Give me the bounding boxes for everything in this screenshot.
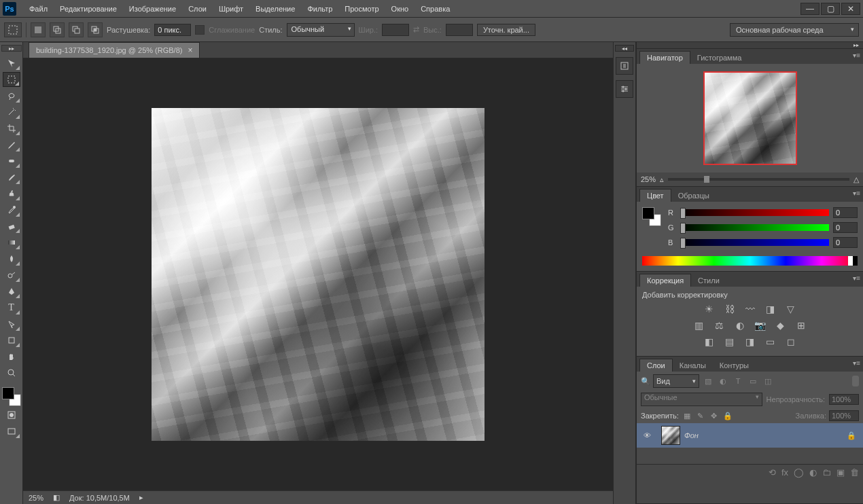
lock-all-icon[interactable]: 🔒	[722, 410, 733, 421]
search-icon[interactable]: 🔍	[641, 377, 650, 386]
type-tool[interactable]: T	[3, 300, 20, 315]
layer-thumbnail[interactable]	[661, 426, 680, 445]
b-slider[interactable]	[680, 239, 829, 246]
healing-brush-tool[interactable]	[3, 154, 20, 168]
panels-collapse-toggle[interactable]: ▸▸	[637, 42, 863, 49]
move-tool[interactable]	[3, 56, 20, 71]
tab-swatches[interactable]: Образцы	[671, 190, 716, 202]
foreground-color-swatch[interactable]	[2, 387, 14, 399]
document-tab-close-icon[interactable]: ×	[188, 46, 192, 55]
layers-panel-menu-icon[interactable]: ▾≡	[853, 359, 860, 367]
lasso-tool[interactable]	[3, 88, 20, 103]
window-close-button[interactable]: ✕	[841, 3, 860, 15]
filter-smart-icon[interactable]: ◫	[762, 375, 774, 387]
history-brush-tool[interactable]	[3, 202, 20, 217]
screenmode-tool[interactable]	[3, 424, 20, 439]
adjust-panel-menu-icon[interactable]: ▾≡	[853, 274, 860, 282]
selection-new-icon[interactable]	[31, 22, 46, 37]
dock-properties-icon[interactable]	[616, 80, 633, 98]
tab-layers[interactable]: Слои	[639, 359, 673, 372]
selection-intersect-icon[interactable]	[88, 22, 103, 37]
antialias-checkbox[interactable]	[195, 25, 205, 35]
lock-pixels-icon[interactable]: ✎	[695, 410, 706, 421]
refine-edge-button[interactable]: Уточн. край...	[477, 24, 535, 36]
navigator-thumbnail[interactable]	[703, 71, 797, 165]
blend-mode-select[interactable]: Обычные	[641, 393, 762, 406]
channelmixer-icon[interactable]: ◆	[774, 319, 788, 331]
tab-paths[interactable]: Контуры	[713, 359, 756, 372]
status-preview-icon[interactable]: ◧	[53, 493, 60, 502]
posterize-icon[interactable]: ▤	[723, 336, 737, 348]
new-layer-icon[interactable]: ▣	[836, 467, 845, 478]
style-select[interactable]: Обычный	[287, 23, 355, 37]
brightness-icon[interactable]: ☀	[703, 303, 716, 315]
dodge-tool[interactable]	[3, 268, 20, 283]
workspace-select[interactable]: Основная рабочая среда	[730, 23, 859, 37]
threshold-icon[interactable]: ◨	[743, 336, 757, 348]
photofilter-icon[interactable]: 📷	[754, 319, 767, 331]
color-panel-menu-icon[interactable]: ▾≡	[853, 190, 860, 197]
delete-layer-icon[interactable]: 🗑	[850, 467, 859, 478]
selection-subtract-icon[interactable]	[69, 22, 84, 37]
layer-locked-icon[interactable]: 🔒	[847, 431, 863, 440]
quickmask-tool[interactable]	[3, 408, 20, 422]
link-layers-icon[interactable]: ⟲	[769, 467, 776, 478]
crop-tool[interactable]	[3, 121, 20, 136]
dock-history-icon[interactable]	[616, 57, 633, 75]
marquee-tool[interactable]	[3, 72, 20, 87]
window-minimize-button[interactable]: —	[800, 3, 820, 15]
zoom-tool[interactable]	[3, 365, 20, 380]
tab-color[interactable]: Цвет	[639, 189, 671, 202]
gradientmap-icon[interactable]: ▭	[764, 336, 777, 348]
menu-type[interactable]: Шрифт	[213, 2, 249, 16]
zoom-in-icon[interactable]: △	[853, 175, 859, 184]
tab-styles[interactable]: Стили	[691, 274, 726, 287]
invert-icon[interactable]: ◧	[703, 336, 716, 348]
magic-wand-tool[interactable]	[3, 105, 20, 120]
filter-toggle[interactable]	[852, 376, 859, 386]
current-tool-indicator[interactable]	[4, 22, 22, 37]
layer-visibility-icon[interactable]: 👁	[637, 431, 657, 439]
fill-input[interactable]	[829, 410, 859, 421]
clone-stamp-tool[interactable]	[3, 186, 20, 201]
status-arrow-icon[interactable]: ▸	[139, 493, 143, 502]
exposure-icon[interactable]: ◨	[764, 303, 777, 315]
menu-image[interactable]: Изображение	[123, 2, 182, 16]
tab-histogram[interactable]: Гистограмма	[690, 52, 749, 64]
tab-channels[interactable]: Каналы	[673, 359, 713, 372]
brush-tool[interactable]	[3, 170, 20, 185]
blur-tool[interactable]	[3, 251, 20, 266]
levels-icon[interactable]: ⛓	[723, 303, 737, 315]
new-group-icon[interactable]: 🗀	[822, 467, 831, 478]
window-maximize-button[interactable]: ▢	[821, 3, 840, 15]
status-zoom[interactable]: 25%	[29, 494, 43, 502]
opacity-input[interactable]	[829, 394, 859, 405]
color-panel-swatches[interactable]	[642, 207, 661, 226]
menu-filter[interactable]: Фильтр	[301, 2, 338, 16]
g-input[interactable]	[833, 222, 858, 233]
menu-edit[interactable]: Редактирование	[54, 2, 123, 16]
tab-navigator[interactable]: Навигатор	[639, 51, 690, 64]
layer-fx-icon[interactable]: fx	[781, 467, 788, 478]
color-swatches[interactable]	[2, 387, 21, 406]
color-fg-swatch[interactable]	[642, 207, 654, 219]
layer-name[interactable]: Фон	[684, 431, 847, 439]
hue-icon[interactable]: ▥	[692, 319, 706, 331]
navigator-panel-menu-icon[interactable]: ▾≡	[853, 52, 860, 59]
r-slider[interactable]	[680, 209, 829, 216]
filter-pixel-icon[interactable]: ▧	[702, 375, 714, 387]
bw-icon[interactable]: ◐	[733, 319, 747, 331]
filter-adjust-icon[interactable]: ◐	[717, 375, 729, 387]
menu-help[interactable]: Справка	[415, 2, 456, 16]
colorbalance-icon[interactable]: ⚖	[713, 319, 726, 331]
filter-type-icon[interactable]: T	[732, 375, 744, 387]
zoom-out-icon[interactable]: ▵	[660, 175, 664, 184]
layer-item[interactable]: 👁 Фон 🔒	[637, 423, 863, 448]
feather-input[interactable]	[154, 24, 191, 36]
hand-tool[interactable]	[3, 349, 20, 364]
navigator-zoom-slider[interactable]	[668, 178, 849, 181]
tab-adjustments[interactable]: Коррекция	[639, 274, 691, 287]
color-ramp[interactable]	[642, 256, 858, 266]
toolbox-toggle[interactable]: ▸▸	[1, 45, 22, 52]
menu-view[interactable]: Просмотр	[338, 2, 385, 16]
